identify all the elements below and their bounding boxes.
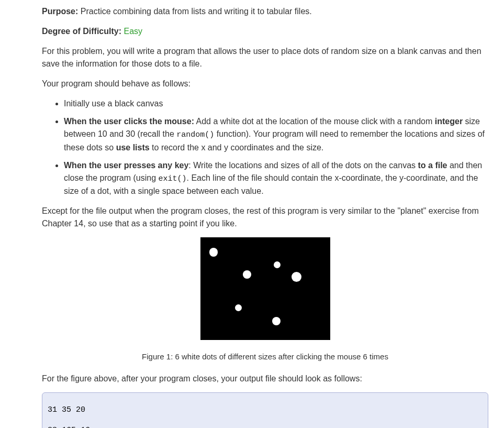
req2-bold3: use lists: [116, 143, 150, 152]
difficulty-label: Degree of Difficulty:: [42, 27, 121, 36]
difficulty-value: Easy: [124, 27, 142, 36]
behave-paragraph: Your program should behave as follows:: [42, 78, 488, 90]
canvas-dot: [243, 270, 251, 279]
req2-t4: to record the x and y coordinates and th…: [150, 143, 324, 152]
req2-t1: Add a white dot at the location of the m…: [194, 117, 435, 126]
req-item-1-text: Initially use a black canvas: [64, 99, 163, 108]
canvas-dot: [209, 248, 218, 256]
canvas-dot: [292, 272, 301, 282]
req3-t1: : Write the locations and sizes of all o…: [188, 161, 418, 170]
content-area: Purpose: Practice combining data from li…: [42, 5, 488, 428]
output-line-1: 31 35 20: [48, 405, 483, 415]
difficulty-line: Degree of Difficulty: Easy: [42, 25, 488, 38]
purpose-label: Purpose:: [42, 7, 78, 16]
req-item-3: When the user presses any key: Write the…: [64, 159, 488, 198]
page: Purpose: Practice combining data from li…: [0, 0, 504, 428]
req2-bold2: integer: [435, 117, 463, 126]
figure-wrap: [42, 237, 488, 344]
intro-paragraph: For this problem, you will write a progr…: [42, 45, 488, 70]
req-item-2: When the user clicks the mouse: Add a wh…: [64, 115, 488, 154]
figure-caption: Figure 1: 6 white dots of different size…: [42, 351, 488, 363]
req3-code: exit(): [159, 174, 187, 183]
output-file-box: 31 35 20 88 165 16 178 64 16 176 196 20 …: [42, 392, 488, 429]
req2-code: random(): [176, 130, 214, 139]
requirements-list: Initially use a black canvas When the us…: [42, 97, 488, 197]
black-canvas: [200, 237, 330, 340]
purpose-line: Purpose: Practice combining data from li…: [42, 5, 488, 18]
req3-bold2: to a file: [418, 161, 447, 170]
canvas-dot: [272, 317, 281, 325]
req3-bold1: When the user presses any key: [64, 161, 188, 170]
for-figure-paragraph: For the figure above, after your program…: [42, 372, 488, 385]
canvas-dot: [235, 304, 242, 311]
canvas-dot: [274, 261, 281, 268]
except-paragraph: Except for the file output when the prog…: [42, 205, 488, 230]
req2-bold1: When the user clicks the mouse:: [64, 117, 194, 126]
output-line-2: 88 165 16: [48, 425, 483, 428]
req-item-1: Initially use a black canvas: [64, 97, 488, 110]
purpose-text: Practice combining data from lists and w…: [78, 7, 311, 16]
